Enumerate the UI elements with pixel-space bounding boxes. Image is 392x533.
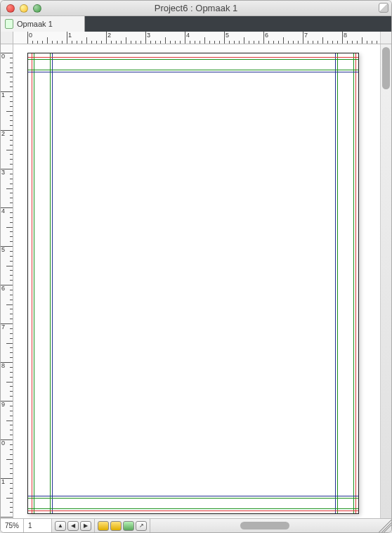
- blue-vertical-guide[interactable]: [335, 53, 336, 513]
- ruler-label: 0: [1, 439, 5, 447]
- ruler-label: 1: [1, 478, 5, 485]
- page-up-button[interactable]: ▲: [55, 521, 66, 531]
- canvas[interactable]: [13, 44, 380, 518]
- ruler-label: 8: [1, 362, 5, 369]
- page-field[interactable]: 1: [24, 519, 52, 532]
- green-vertical-guide[interactable]: [353, 53, 354, 513]
- ruler-label: 6: [265, 32, 268, 39]
- ruler-label: 7: [304, 32, 308, 39]
- zoom-value: 75%: [5, 522, 19, 529]
- view-mode-group: ↗: [95, 519, 150, 532]
- red-vertical-guide[interactable]: [355, 53, 356, 513]
- green-vertical-guide[interactable]: [337, 53, 338, 513]
- green-horizontal-guide[interactable]: [28, 59, 358, 60]
- blue-vertical-guide[interactable]: [52, 53, 53, 513]
- red-horizontal-guide[interactable]: [28, 510, 358, 511]
- page[interactable]: [27, 53, 359, 514]
- window-controls: [1, 4, 41, 13]
- green-horizontal-guide[interactable]: [28, 70, 358, 70]
- green-horizontal-guide[interactable]: [28, 498, 358, 499]
- ruler-origin[interactable]: [1, 32, 13, 44]
- green-horizontal-guide[interactable]: [28, 508, 358, 509]
- view-mode-2-button[interactable]: [110, 521, 122, 531]
- ruler-end-cap: [380, 32, 391, 44]
- ruler-label: 2: [107, 32, 111, 39]
- horizontal-scroll-thumb[interactable]: [240, 522, 289, 529]
- ruler-label: 7: [1, 323, 5, 330]
- tab-label: Opmaak 1: [17, 20, 53, 28]
- ruler-label: 5: [226, 32, 229, 39]
- blue-horizontal-guide[interactable]: [28, 496, 358, 496]
- ruler-label: 0: [1, 53, 5, 60]
- vertical-scroll-thumb[interactable]: [382, 47, 390, 89]
- ruler-label: 4: [1, 207, 5, 214]
- zoom-button[interactable]: [33, 4, 41, 13]
- page-nav: ▲ ◀ ▶: [52, 519, 95, 532]
- blue-horizontal-guide[interactable]: [28, 72, 358, 72]
- view-mode-3-button[interactable]: [123, 521, 134, 531]
- ruler-label: 4: [186, 32, 190, 39]
- minimize-button[interactable]: [20, 4, 28, 13]
- ruler-label: 1: [68, 32, 72, 39]
- layout-tab[interactable]: Opmaak 1: [1, 16, 85, 32]
- vertical-ruler[interactable]: 0123456789012: [1, 44, 13, 518]
- ruler-label: 5: [1, 246, 5, 253]
- horizontal-scrollbar[interactable]: [150, 519, 379, 532]
- ruler-label: 1: [1, 91, 5, 98]
- ruler-label: 8: [344, 32, 347, 39]
- proxy-icon[interactable]: [379, 3, 388, 13]
- zoom-field[interactable]: 75%: [1, 519, 24, 532]
- tab-bar: Opmaak 1: [1, 16, 391, 32]
- app-window: Project6 : Opmaak 1 Opmaak 1 012345678 0…: [0, 0, 392, 533]
- red-vertical-guide[interactable]: [32, 53, 32, 513]
- vertical-scrollbar[interactable]: [380, 44, 391, 518]
- ruler-label: 2: [1, 130, 5, 137]
- green-vertical-guide[interactable]: [50, 53, 51, 513]
- page-value: 1: [28, 522, 32, 529]
- ruler-label: 2: [1, 517, 5, 518]
- green-vertical-guide[interactable]: [34, 53, 34, 513]
- status-bar: 75% 1 ▲ ◀ ▶ ↗: [1, 518, 391, 532]
- document-icon: [5, 19, 13, 29]
- ruler-label: 3: [147, 32, 150, 39]
- ruler-label: 0: [29, 32, 32, 39]
- resize-grip[interactable]: [379, 519, 391, 532]
- ruler-label: 9: [1, 401, 5, 408]
- horizontal-ruler[interactable]: 012345678: [13, 32, 380, 44]
- work-area: 012345678 0123456789012: [1, 32, 391, 518]
- close-button[interactable]: [6, 4, 15, 13]
- next-page-button[interactable]: ▶: [80, 521, 91, 531]
- titlebar[interactable]: Project6 : Opmaak 1: [1, 1, 391, 16]
- prev-page-button[interactable]: ◀: [67, 521, 79, 531]
- window-title: Project6 : Opmaak 1: [1, 3, 391, 13]
- ruler-label: 3: [1, 169, 5, 176]
- red-horizontal-guide[interactable]: [28, 57, 358, 58]
- export-button[interactable]: ↗: [136, 521, 147, 531]
- view-mode-1-button[interactable]: [98, 521, 109, 531]
- ruler-label: 6: [1, 285, 5, 292]
